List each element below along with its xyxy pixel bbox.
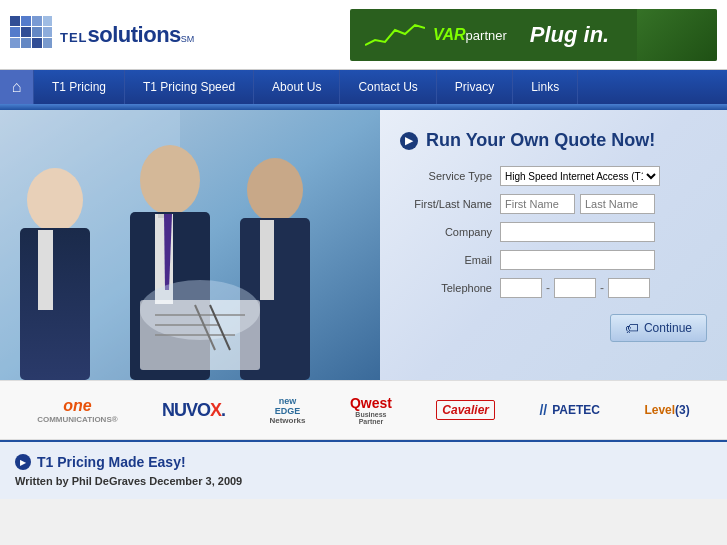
hero-image xyxy=(0,110,380,380)
home-icon: ⌂ xyxy=(12,78,22,96)
svg-point-17 xyxy=(140,145,200,215)
svg-rect-6 xyxy=(32,27,42,37)
partners-bar: one COMMUNICATIONS® NUVOX. new EDGE Netw… xyxy=(0,380,727,440)
svg-rect-16 xyxy=(38,230,53,310)
logo-area: TEL solutions SM xyxy=(10,16,350,54)
phone-sep-2: - xyxy=(600,281,604,295)
phone-area-input[interactable] xyxy=(500,278,542,298)
nav-label-contact-us: Contact Us xyxy=(358,80,417,94)
main-content: ▶ Run Your Own Quote Now! Service Type H… xyxy=(0,110,727,380)
svg-rect-9 xyxy=(21,38,31,48)
plugin-text: Plug in. xyxy=(530,22,609,48)
hero-illustration xyxy=(0,110,380,380)
content-area: ▶ T1 Pricing Made Easy! Written by Phil … xyxy=(0,440,727,499)
partner-paetec: // PAETEC xyxy=(539,402,600,418)
name-row: First/Last Name xyxy=(400,194,707,214)
svg-rect-2 xyxy=(32,16,42,26)
company-row: Company xyxy=(400,222,707,242)
content-bullet-icon: ▶ xyxy=(15,454,31,470)
partner-one: one COMMUNICATIONS® xyxy=(37,397,117,424)
form-panel: ▶ Run Your Own Quote Now! Service Type H… xyxy=(380,110,727,380)
nav-item-privacy[interactable]: Privacy xyxy=(437,70,513,104)
logo-icon xyxy=(10,16,52,54)
svg-point-14 xyxy=(27,168,83,232)
content-byline: Written by Phil DeGraves December 3, 200… xyxy=(15,475,712,487)
company-input[interactable] xyxy=(500,222,655,242)
nav-item-about-us[interactable]: About Us xyxy=(254,70,340,104)
svg-rect-4 xyxy=(10,27,20,37)
first-last-label: First/Last Name xyxy=(400,198,500,210)
email-label: Email xyxy=(400,254,500,266)
svg-rect-11 xyxy=(43,38,52,48)
nav-item-links[interactable]: Links xyxy=(513,70,578,104)
telephone-label: Telephone xyxy=(400,282,500,294)
svg-rect-3 xyxy=(43,16,52,26)
var-banner: VARpartner Plug in. xyxy=(350,9,717,61)
company-label: Company xyxy=(400,226,500,238)
telephone-row: Telephone - - xyxy=(400,278,707,298)
svg-rect-15 xyxy=(20,228,90,380)
phone-prefix-input[interactable] xyxy=(554,278,596,298)
partner-qwest: Qwest Business Partner xyxy=(350,395,392,425)
logo-sm-text: SM xyxy=(181,34,195,44)
var-banner-decoration xyxy=(637,9,717,61)
svg-rect-0 xyxy=(10,16,20,26)
form-title: ▶ Run Your Own Quote Now! xyxy=(400,130,707,151)
nav-label-t1-pricing-speed: T1 Pricing Speed xyxy=(143,80,235,94)
continue-button[interactable]: 🏷 Continue xyxy=(610,314,707,342)
svg-rect-5 xyxy=(21,27,31,37)
svg-rect-24 xyxy=(260,220,274,300)
var-label: VAR xyxy=(433,26,466,43)
partner-cavalier: Cavalier xyxy=(436,400,495,420)
var-partner-text: VARpartner xyxy=(433,26,507,44)
partner-newedge: new EDGE Networks xyxy=(269,396,305,425)
nav-label-t1-pricing: T1 Pricing xyxy=(52,80,106,94)
content-title-row: ▶ T1 Pricing Made Easy! xyxy=(15,454,712,470)
page-header: TEL solutions SM VARpartner Plug in. xyxy=(0,0,727,70)
var-chart-icon xyxy=(365,20,425,50)
nav-label-privacy: Privacy xyxy=(455,80,494,94)
svg-rect-8 xyxy=(10,38,20,48)
svg-point-22 xyxy=(247,158,303,222)
logo-text: TEL solutions SM xyxy=(60,22,194,48)
nav-item-contact-us[interactable]: Contact Us xyxy=(340,70,436,104)
partner-label: partner xyxy=(466,28,507,43)
nav-bar: ⌂ T1 Pricing T1 Pricing Speed About Us C… xyxy=(0,70,727,104)
continue-label: Continue xyxy=(644,321,692,335)
partner-level3: Level(3) xyxy=(644,403,689,417)
tag-icon: 🏷 xyxy=(625,320,639,336)
svg-rect-7 xyxy=(43,27,52,37)
content-title: T1 Pricing Made Easy! xyxy=(37,454,186,470)
nav-label-links: Links xyxy=(531,80,559,94)
email-row: Email xyxy=(400,250,707,270)
service-type-select[interactable]: High Speed Internet Access (T1/DS xyxy=(500,166,660,186)
service-type-label: Service Type xyxy=(400,170,500,182)
var-banner-left: VARpartner Plug in. xyxy=(365,20,609,50)
nav-item-t1-pricing-speed[interactable]: T1 Pricing Speed xyxy=(125,70,254,104)
phone-line-input[interactable] xyxy=(608,278,650,298)
last-name-input[interactable] xyxy=(580,194,655,214)
phone-sep-1: - xyxy=(546,281,550,295)
partner-nuvox: NUVOX. xyxy=(162,400,225,421)
first-name-input[interactable] xyxy=(500,194,575,214)
quote-icon: ▶ xyxy=(400,132,418,150)
nav-home-button[interactable]: ⌂ xyxy=(0,70,34,104)
form-title-text: Run Your Own Quote Now! xyxy=(426,130,655,151)
svg-rect-10 xyxy=(32,38,42,48)
paetec-slash-icon: // xyxy=(539,402,547,418)
service-type-row: Service Type High Speed Internet Access … xyxy=(400,166,707,186)
svg-rect-1 xyxy=(21,16,31,26)
email-input[interactable] xyxy=(500,250,655,270)
nav-item-t1-pricing[interactable]: T1 Pricing xyxy=(34,70,125,104)
phone-inputs: - - xyxy=(500,278,650,298)
nav-label-about-us: About Us xyxy=(272,80,321,94)
